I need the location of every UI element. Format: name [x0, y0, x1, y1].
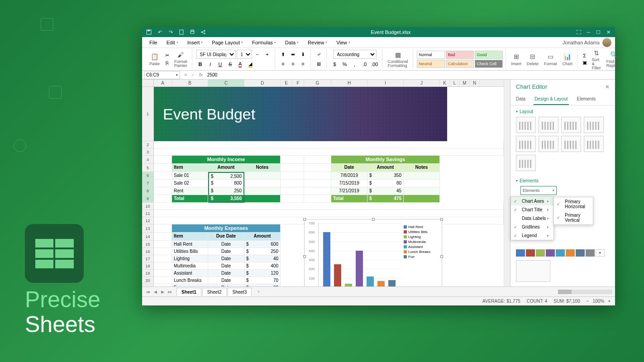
row-header-4[interactable]: 4: [142, 156, 154, 164]
align-top-icon[interactable]: ⬆: [279, 50, 288, 58]
col-header-D[interactable]: D: [244, 80, 281, 86]
conditional-formatting-button[interactable]: ▦ Conditional Formatting: [386, 49, 410, 69]
panel-tab-elements[interactable]: Elements: [576, 94, 597, 105]
sheet-tab-sheet3[interactable]: Sheet3: [228, 288, 252, 296]
panel-close-icon[interactable]: ✕: [605, 84, 610, 90]
horizontal-scrollbar[interactable]: [558, 290, 612, 294]
layout-option-8[interactable]: [516, 155, 536, 171]
elements-item-chart-title[interactable]: ✓Chart Title▸: [511, 205, 553, 214]
palette-color-6[interactable]: [576, 249, 585, 257]
italic-button[interactable]: I: [206, 60, 215, 68]
confirm-formula-icon[interactable]: ✓: [189, 72, 196, 77]
panel-tab-design---layout[interactable]: Design & Layout: [534, 94, 568, 105]
undo-icon[interactable]: ↶: [157, 29, 163, 35]
row-header-8[interactable]: 8: [142, 187, 154, 195]
row-header-19[interactable]: 19: [142, 270, 154, 277]
row-header-5[interactable]: 5: [142, 164, 154, 172]
delete-button[interactable]: ⊟Delete: [525, 51, 540, 67]
user-area[interactable]: Jonathan Adams: [563, 38, 611, 47]
layout-section-title[interactable]: ▾Layout: [516, 109, 610, 114]
row-header-17[interactable]: 17: [142, 255, 154, 262]
align-bottom-icon[interactable]: ⬇: [299, 50, 308, 58]
palette-color-2[interactable]: [536, 249, 545, 257]
menu-formulas[interactable]: Formulas▾: [248, 38, 280, 47]
font-size-select[interactable]: 12: [237, 50, 252, 59]
row-header-12[interactable]: 12: [142, 217, 154, 224]
decrease-font-icon[interactable]: −: [253, 50, 262, 58]
embedded-chart[interactable]: 0100200300400500600700Hall RentUtilities…: [304, 219, 442, 286]
wrap-text-icon[interactable]: ⤶: [315, 50, 324, 58]
col-header-L[interactable]: L: [450, 80, 460, 86]
close-icon[interactable]: ✕: [605, 29, 611, 35]
submenu-primary-vertical[interactable]: ✓Primary Vertical: [554, 211, 593, 224]
autosum-icon[interactable]: Σ: [581, 52, 588, 59]
zoom-out-icon[interactable]: −: [587, 299, 589, 304]
spreadsheet-grid[interactable]: ABCDEFGHIJKLMN 1Event Budget234Monthly I…: [142, 80, 504, 286]
palette-color-4[interactable]: [556, 249, 565, 257]
cancel-formula-icon[interactable]: ✕: [182, 72, 189, 77]
vertical-scrollbar[interactable]: [504, 80, 510, 286]
find-replace-button[interactable]: 🔍Find & Replace: [605, 49, 623, 69]
elements-section-title[interactable]: ▾Elements: [516, 178, 610, 183]
format-painter-button[interactable]: 🖌 Format Painter: [172, 49, 189, 69]
font-color-button[interactable]: A: [236, 60, 245, 68]
menu-insert[interactable]: Insert▾: [184, 38, 207, 47]
style-good[interactable]: Good: [475, 51, 503, 59]
palette-color-3[interactable]: [546, 249, 555, 257]
col-header-A[interactable]: A: [154, 80, 172, 86]
print-icon[interactable]: [189, 29, 196, 35]
name-box[interactable]: C6:C9▾: [144, 71, 180, 79]
panel-tab-data[interactable]: Data: [515, 94, 526, 105]
palette-color-1[interactable]: [526, 249, 535, 257]
cut-icon[interactable]: ✂: [163, 52, 171, 59]
menu-file[interactable]: File: [146, 38, 161, 47]
paste-button[interactable]: 📋 Paste: [148, 51, 162, 67]
col-header-H[interactable]: H: [331, 80, 367, 86]
palette-more-icon[interactable]: ▾: [596, 249, 605, 257]
layout-option-3[interactable]: [584, 117, 604, 133]
menu-review[interactable]: Review▾: [304, 38, 331, 47]
row-header-14[interactable]: 14: [142, 233, 154, 241]
tab-nav-next-icon[interactable]: ▶: [159, 289, 166, 295]
menu-edit[interactable]: Edit▾: [163, 38, 182, 47]
row-header-9[interactable]: 9: [142, 195, 154, 203]
chart-button[interactable]: 📊Chart: [561, 51, 574, 67]
underline-button[interactable]: U: [216, 60, 225, 68]
menu-view[interactable]: View▾: [333, 38, 354, 47]
format-button[interactable]: ▭Format: [542, 51, 559, 67]
row-header-13[interactable]: 13: [142, 224, 154, 233]
elements-item-legend[interactable]: ✓Legend▸: [511, 231, 553, 240]
col-header-I[interactable]: I: [367, 80, 404, 86]
insert-button[interactable]: ⊞Insert: [510, 51, 524, 67]
decrease-decimal-icon[interactable]: .0: [360, 60, 369, 68]
col-header-M[interactable]: M: [460, 80, 470, 86]
zoom-in-icon[interactable]: +: [608, 299, 611, 304]
col-header-F[interactable]: F: [292, 80, 304, 86]
currency-icon[interactable]: $: [330, 60, 339, 68]
layout-option-1[interactable]: [539, 117, 558, 133]
add-sheet-icon[interactable]: +: [255, 289, 262, 295]
row-header-20[interactable]: 20: [142, 277, 154, 284]
fx-icon[interactable]: fx: [196, 72, 205, 77]
chart-preview-thumb[interactable]: [516, 260, 550, 282]
tab-nav-prev-icon[interactable]: ◀: [152, 289, 158, 295]
formula-input[interactable]: [205, 71, 615, 79]
style-calculation[interactable]: Calculation: [446, 60, 474, 68]
style-bad[interactable]: Bad: [446, 51, 474, 59]
submenu-primary-horizontal[interactable]: ✓Primary Horizontal: [554, 197, 593, 211]
percent-icon[interactable]: %: [340, 60, 349, 68]
row-header-15[interactable]: 15: [142, 241, 154, 248]
comma-icon[interactable]: ,: [350, 60, 359, 68]
tab-nav-last-icon[interactable]: ⏭: [167, 289, 173, 295]
new-doc-icon[interactable]: [178, 29, 185, 35]
increase-font-icon[interactable]: +: [263, 50, 272, 58]
layout-option-6[interactable]: [561, 136, 581, 152]
fullscreen-icon[interactable]: ⛶: [575, 29, 582, 35]
number-format-select[interactable]: Accounting: [333, 50, 377, 59]
style-check[interactable]: Check Cell: [475, 60, 503, 68]
col-header-B[interactable]: B: [172, 80, 208, 86]
font-name-select[interactable]: SF UI Display: [196, 50, 236, 59]
menu-data[interactable]: Data▾: [281, 38, 302, 47]
select-all-corner[interactable]: [142, 80, 154, 86]
layout-option-5[interactable]: [539, 136, 558, 152]
